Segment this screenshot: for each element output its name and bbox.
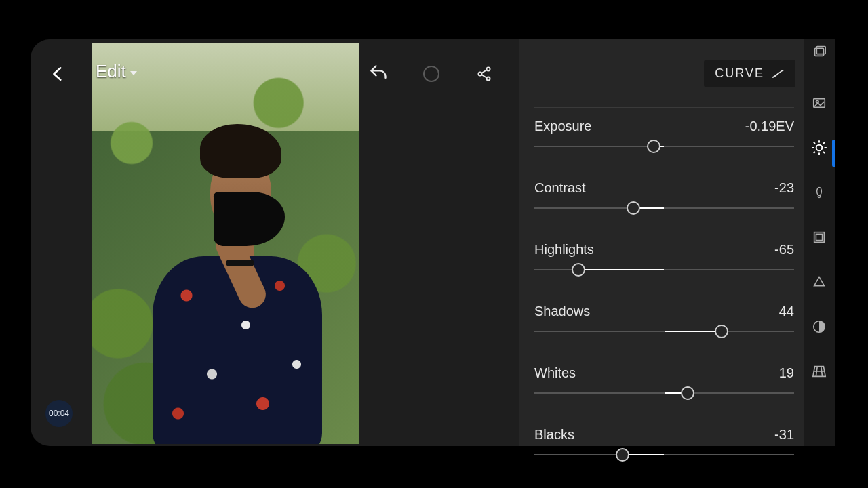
photo-preview[interactable] bbox=[92, 43, 359, 444]
slider-shadows: Shadows44 bbox=[534, 297, 794, 338]
share-icon[interactable] bbox=[474, 64, 494, 84]
record-icon[interactable] bbox=[421, 64, 441, 84]
geometry-tool-icon[interactable] bbox=[810, 362, 829, 381]
slider-track[interactable] bbox=[534, 201, 794, 215]
slider-track[interactable] bbox=[534, 386, 794, 400]
slider-value: -65 bbox=[774, 242, 794, 258]
slider-value: 19 bbox=[779, 365, 794, 381]
sliders-container: Exposure-0.19EVContrast-23Highlights-65S… bbox=[534, 107, 794, 462]
tool-strip bbox=[804, 39, 835, 446]
slider-knob[interactable] bbox=[616, 448, 629, 462]
edit-dropdown[interactable]: Edit bbox=[96, 61, 137, 82]
svg-rect-10 bbox=[816, 234, 822, 240]
slider-track[interactable] bbox=[534, 448, 794, 462]
optics-tool-icon[interactable] bbox=[810, 317, 829, 336]
curve-button[interactable]: CURVE bbox=[704, 60, 795, 87]
slider-exposure: Exposure-0.19EV bbox=[534, 112, 794, 153]
undo-icon[interactable] bbox=[368, 64, 389, 84]
svg-rect-4 bbox=[816, 47, 825, 54]
timer-text: 00:04 bbox=[49, 409, 69, 418]
slider-label: Shadows bbox=[534, 304, 590, 319]
slider-highlights: Highlights-65 bbox=[534, 235, 794, 277]
chevron-down-icon bbox=[130, 71, 137, 75]
slider-label: Blacks bbox=[534, 427, 574, 443]
light-panel: CURVE Exposure-0.19EVContrast-23Highligh… bbox=[519, 39, 809, 446]
slider-track[interactable] bbox=[534, 263, 794, 277]
slider-whites: Whites19 bbox=[534, 359, 794, 400]
svg-rect-3 bbox=[815, 48, 824, 56]
color-tool-icon[interactable] bbox=[810, 183, 829, 202]
slider-track[interactable] bbox=[534, 325, 794, 338]
curve-button-label: CURVE bbox=[715, 66, 764, 81]
crop-tool-icon[interactable] bbox=[810, 228, 829, 247]
curve-icon bbox=[771, 69, 785, 79]
preview-tool-icon[interactable] bbox=[810, 94, 829, 113]
slider-blacks: Blacks-31 bbox=[534, 420, 794, 462]
slider-knob[interactable] bbox=[647, 140, 660, 153]
slider-label: Contrast bbox=[534, 180, 586, 196]
slider-value: -31 bbox=[774, 427, 794, 443]
slider-track[interactable] bbox=[534, 140, 794, 153]
slider-value: -23 bbox=[774, 180, 794, 196]
slider-label: Exposure bbox=[534, 119, 592, 134]
slider-knob[interactable] bbox=[681, 386, 694, 400]
slider-label: Whites bbox=[534, 365, 576, 381]
slider-knob[interactable] bbox=[627, 201, 640, 215]
page-title: Edit bbox=[96, 61, 126, 82]
svg-point-7 bbox=[816, 145, 823, 151]
slider-label: Highlights bbox=[534, 242, 594, 258]
light-tool-icon[interactable] bbox=[810, 138, 829, 157]
slider-value: -0.19EV bbox=[745, 119, 794, 134]
active-tool-indicator bbox=[832, 140, 835, 167]
slider-value: 44 bbox=[779, 304, 794, 319]
app-frame: Edit CURVE Exposure-0.19EVContrast-23Hig… bbox=[31, 39, 831, 446]
detail-tool-icon[interactable] bbox=[810, 272, 829, 291]
back-icon[interactable] bbox=[50, 65, 67, 83]
slider-knob[interactable] bbox=[572, 263, 585, 277]
slider-knob[interactable] bbox=[715, 325, 728, 338]
svg-point-8 bbox=[818, 195, 820, 197]
gallery-tool-icon[interactable] bbox=[810, 42, 829, 61]
slider-contrast: Contrast-23 bbox=[534, 174, 794, 215]
video-timer[interactable]: 00:04 bbox=[45, 400, 73, 427]
